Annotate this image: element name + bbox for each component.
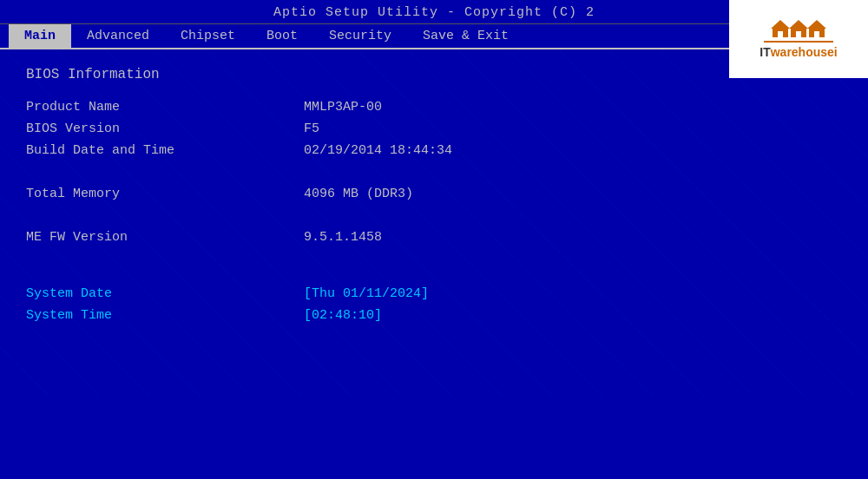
field-label-system-time: System Time xyxy=(26,308,304,323)
table-row: Total Memory 4096 MB (DDR3) xyxy=(26,187,842,201)
field-label-product-name: Product Name xyxy=(26,100,304,115)
field-value-build-date: 02/19/2014 18:44:34 xyxy=(304,143,452,158)
section-title: BIOS Information xyxy=(26,67,842,82)
field-label-total-memory: Total Memory xyxy=(26,187,304,201)
house-icon-2 xyxy=(791,20,806,37)
house-icon-3 xyxy=(809,20,825,37)
tab-advanced[interactable]: Advanced xyxy=(71,24,165,48)
field-label-me-fw-version: ME FW Version xyxy=(26,230,304,245)
logo-area: IT warehouse i xyxy=(729,0,868,78)
table-row: BIOS Version F5 xyxy=(26,121,842,136)
field-label-bios-version: BIOS Version xyxy=(26,121,304,136)
logo-divider xyxy=(764,41,833,43)
logo-warehouse: warehouse xyxy=(771,45,834,59)
table-row: System Date [Thu 01/11/2024] xyxy=(26,286,842,301)
logo-text: IT warehouse i xyxy=(760,45,837,59)
tab-main[interactable]: Main xyxy=(9,24,71,48)
logo-suffix: i xyxy=(834,45,838,59)
field-value-system-time[interactable]: [02:48:10] xyxy=(304,308,382,323)
table-row: ME FW Version 9.5.1.1458 xyxy=(26,230,842,245)
field-value-bios-version: F5 xyxy=(304,121,319,136)
logo-houses xyxy=(773,20,825,37)
table-row: System Time [02:48:10] xyxy=(26,308,842,323)
tab-security[interactable]: Security xyxy=(313,24,407,48)
main-content: BIOS Information Product Name MMLP3AP-00… xyxy=(0,49,868,397)
utility-title: Aptio Setup Utility - Copyright (C) 2 xyxy=(273,5,595,20)
tab-boot[interactable]: Boot xyxy=(251,24,313,48)
field-label-build-date: Build Date and Time xyxy=(26,143,304,158)
field-label-system-date: System Date xyxy=(26,286,304,301)
field-value-product-name: MMLP3AP-00 xyxy=(304,100,382,115)
table-row: Product Name MMLP3AP-00 xyxy=(26,100,842,115)
field-value-me-fw-version: 9.5.1.1458 xyxy=(304,230,382,245)
bios-info-table: Product Name MMLP3AP-00 BIOS Version F5 … xyxy=(26,100,842,323)
field-value-system-date[interactable]: [Thu 01/11/2024] xyxy=(304,286,429,301)
tab-save-exit[interactable]: Save & Exit xyxy=(407,24,524,48)
house-icon-1 xyxy=(773,20,788,37)
logo-it: IT xyxy=(760,45,770,59)
tab-chipset[interactable]: Chipset xyxy=(165,24,251,48)
field-value-total-memory: 4096 MB (DDR3) xyxy=(304,187,413,201)
table-row: Build Date and Time 02/19/2014 18:44:34 xyxy=(26,143,842,158)
